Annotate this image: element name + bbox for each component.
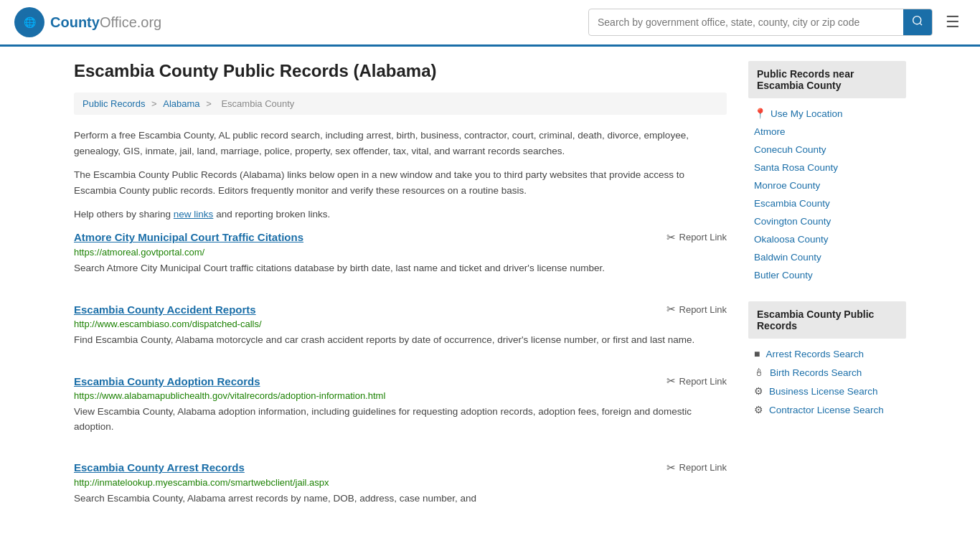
nearby-link-7[interactable]: Baldwin County <box>754 252 821 263</box>
sidebar-records-section: Escambia County Public Records ■ Arrest … <box>748 301 906 419</box>
new-links-link[interactable]: new links <box>174 209 214 220</box>
record-header-2: Escambia County Adoption Records ✂ Repor… <box>74 375 727 387</box>
sidebar-record-item-0: ■ Arrest Records Search <box>748 344 906 363</box>
report-link-label-0: Report Link <box>679 232 727 242</box>
nearby-link-2[interactable]: Santa Rosa County <box>754 162 838 173</box>
record-url-0[interactable]: https://atmoreal.govtportal.com/ <box>74 247 727 258</box>
header-right: ☰ <box>588 9 966 36</box>
nearby-link-5[interactable]: Covington County <box>754 216 831 227</box>
record-header-3: Escambia County Arrest Records ✂ Report … <box>74 461 727 474</box>
logo-icon: 🌐 <box>14 7 44 37</box>
report-link-icon-0: ✂ <box>666 231 676 244</box>
record-header-1: Escambia County Accident Reports ✂ Repor… <box>74 303 727 316</box>
intro-text-3: Help others by sharing new links and rep… <box>74 207 727 222</box>
record-title-2[interactable]: Escambia County Adoption Records <box>74 375 260 387</box>
record-entry: Escambia County Accident Reports ✂ Repor… <box>74 303 727 354</box>
sidebar-nearby-item-4: Escambia County <box>748 194 906 212</box>
content-wrapper: Escambia County Public Records (Alabama)… <box>60 47 920 547</box>
nearby-link-1[interactable]: Conecuh County <box>754 144 826 155</box>
sidebar-record-icon-0: ■ <box>754 348 760 359</box>
record-url-3[interactable]: http://inmatelookup.myescambia.com/smart… <box>74 477 727 488</box>
search-bar <box>588 9 933 36</box>
record-header-0: Atmore City Municipal Court Traffic Cita… <box>74 231 727 244</box>
report-link-3[interactable]: ✂ Report Link <box>666 461 727 474</box>
sidebar-nearby-section: Public Records near Escambia County 📍 Us… <box>748 61 906 284</box>
intro-text-2: The Escambia County Public Records (Alab… <box>74 167 727 198</box>
records-container: Atmore City Municipal Court Traffic Cita… <box>74 231 727 513</box>
report-link-label-2: Report Link <box>679 376 727 387</box>
sidebar-nearby-item-6: Okaloosa County <box>748 230 906 248</box>
nearby-link-4[interactable]: Escambia County <box>754 198 830 209</box>
sidebar-nearby-header: Public Records near Escambia County <box>748 61 906 98</box>
page-title: Escambia County Public Records (Alabama) <box>74 61 727 81</box>
sidebar-record-item-3: ⚙ Contractor License Search <box>748 400 906 419</box>
report-link-label-3: Report Link <box>679 462 727 473</box>
sidebar-record-icon-1: 🕯 <box>754 367 764 378</box>
record-url-2[interactable]: https://www.alabamapublichealth.gov/vita… <box>74 390 727 401</box>
sidebar-nearby-item-1: Conecuh County <box>748 141 906 159</box>
breadcrumb: Public Records > Alabama > Escambia Coun… <box>74 93 727 115</box>
record-title-3[interactable]: Escambia County Arrest Records <box>74 461 245 474</box>
logo-area: 🌐 CountyOffice.org <box>14 7 161 37</box>
breadcrumb-county: Escambia County <box>221 98 294 109</box>
search-button[interactable] <box>903 9 932 35</box>
main-content: Escambia County Public Records (Alabama)… <box>74 61 727 533</box>
report-link-label-1: Report Link <box>679 304 727 315</box>
record-url-1[interactable]: http://www.escambiaso.com/dispatched-cal… <box>74 319 727 329</box>
nearby-items-container: AtmoreConecuh CountySanta Rosa CountyMon… <box>748 123 906 284</box>
sidebar: Public Records near Escambia County 📍 Us… <box>748 61 906 533</box>
nearby-link-8[interactable]: Butler County <box>754 270 813 281</box>
sidebar-nearby-item-7: Baldwin County <box>748 248 906 266</box>
nearby-link-3[interactable]: Monroe County <box>754 180 820 191</box>
records-items-container: ■ Arrest Records Search 🕯 Birth Records … <box>748 344 906 419</box>
svg-text:🌐: 🌐 <box>24 17 37 29</box>
record-desc-0: Search Atmore City Municipal Court traff… <box>74 261 727 276</box>
location-icon: 📍 <box>754 108 766 119</box>
report-link-icon-3: ✂ <box>666 461 676 474</box>
logo-text: CountyOffice.org <box>50 14 161 31</box>
record-entry: Atmore City Municipal Court Traffic Cita… <box>74 231 727 283</box>
breadcrumb-alabama[interactable]: Alabama <box>163 98 199 109</box>
site-header: 🌐 CountyOffice.org ☰ <box>0 0 980 47</box>
sidebar-record-icon-3: ⚙ <box>754 404 763 415</box>
report-link-0[interactable]: ✂ Report Link <box>666 231 727 244</box>
sidebar-record-item-2: ⚙ Business License Search <box>748 382 906 400</box>
record-desc-1: Find Escambia County, Alabama motorcycle… <box>74 333 727 347</box>
record-entry: Escambia County Adoption Records ✂ Repor… <box>74 375 727 441</box>
sidebar-nearby-item-8: Butler County <box>748 266 906 284</box>
sidebar-record-link-0[interactable]: Arrest Records Search <box>765 349 864 359</box>
sidebar-nearby-item-2: Santa Rosa County <box>748 159 906 176</box>
sidebar-nearby-item-0: Atmore <box>748 123 906 141</box>
use-location[interactable]: 📍 Use My Location <box>748 104 906 123</box>
record-desc-2: View Escambia County, Alabama adoption i… <box>74 405 727 434</box>
sidebar-record-link-3[interactable]: Contractor License Search <box>769 405 884 415</box>
report-link-icon-1: ✂ <box>666 303 676 316</box>
menu-icon[interactable]: ☰ <box>940 10 966 34</box>
record-title-1[interactable]: Escambia County Accident Reports <box>74 303 256 316</box>
sidebar-nearby-item-3: Monroe County <box>748 176 906 194</box>
report-link-2[interactable]: ✂ Report Link <box>666 375 727 387</box>
sidebar-nearby-item-5: Covington County <box>748 212 906 230</box>
nearby-link-0[interactable]: Atmore <box>754 126 786 137</box>
search-input[interactable] <box>589 11 903 34</box>
sidebar-records-header: Escambia County Public Records <box>748 301 906 339</box>
intro-text-1: Perform a free Escambia County, AL publi… <box>74 128 727 159</box>
report-link-icon-2: ✂ <box>666 375 676 387</box>
record-desc-3: Search Escambia County, Alabama arrest r… <box>74 491 727 506</box>
record-title-0[interactable]: Atmore City Municipal Court Traffic Cita… <box>74 231 303 243</box>
nearby-link-6[interactable]: Okaloosa County <box>754 234 829 245</box>
sidebar-record-icon-2: ⚙ <box>754 385 763 397</box>
breadcrumb-public-records[interactable]: Public Records <box>83 98 145 109</box>
sidebar-record-item-1: 🕯 Birth Records Search <box>748 363 906 382</box>
report-link-1[interactable]: ✂ Report Link <box>666 303 727 316</box>
sidebar-record-link-1[interactable]: Birth Records Search <box>770 367 862 378</box>
record-entry: Escambia County Arrest Records ✂ Report … <box>74 461 727 513</box>
sidebar-record-link-2[interactable]: Business License Search <box>769 386 878 397</box>
